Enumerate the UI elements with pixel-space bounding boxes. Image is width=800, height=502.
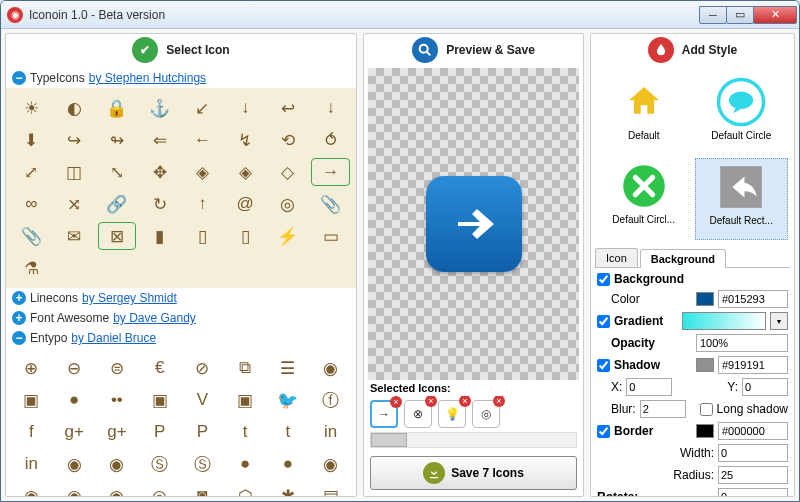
icon-spotify-box[interactable]: ◉ (55, 482, 94, 496)
remove-icon[interactable]: × (425, 396, 437, 407)
icon-facebook-circle[interactable]: ⓕ (311, 386, 350, 414)
preview-canvas[interactable] (368, 68, 579, 380)
icon-linkedin-box[interactable]: in (311, 418, 350, 446)
icon-pack-scroll[interactable]: −TypeIcons by Stephen Hutchings☀◐🔒⚓↙↓↩↓⬇… (6, 68, 356, 496)
icon-crop[interactable]: ◫ (55, 158, 94, 186)
icon-dribbble[interactable]: ◉ (98, 450, 137, 478)
icon-equals-circle[interactable]: ⊜ (98, 354, 137, 382)
pack-author-link[interactable]: by Sergey Shmidt (82, 291, 177, 305)
icon-contrast[interactable]: ◐ (55, 94, 94, 122)
icon-flickr[interactable]: ● (55, 386, 94, 414)
icon-target[interactable]: ◎ (269, 190, 308, 218)
tab-background[interactable]: Background (640, 249, 726, 268)
selected-icon[interactable]: ⊗× (404, 400, 432, 428)
icon-battery-charge[interactable]: ⚡ (269, 222, 308, 250)
pack-author-link[interactable]: by Daniel Bruce (71, 331, 156, 345)
icon-tumblr-box[interactable]: t (226, 418, 265, 446)
pack-author-link[interactable]: by Stephen Hutchings (89, 71, 206, 85)
icon-arrow-down-left[interactable]: ↙ (183, 94, 222, 122)
shadow-input[interactable] (718, 356, 788, 374)
icon-lastfm-box[interactable]: ● (226, 450, 265, 478)
icon-refresh[interactable]: ↻ (140, 190, 179, 218)
icon-refresh-alt[interactable]: ⥀ (311, 126, 350, 154)
selected-scroll[interactable] (370, 432, 577, 448)
icon-stumble-box[interactable]: Ⓢ (140, 450, 179, 478)
icon-stack[interactable]: ☰ (269, 354, 308, 382)
border-checkbox[interactable] (597, 425, 610, 438)
icon-twitter[interactable]: 🐦 (269, 386, 308, 414)
color-swatch[interactable] (696, 292, 714, 306)
icon-arrow-hook-left[interactable]: ↩ (269, 94, 308, 122)
icon-github[interactable]: ◉ (311, 354, 350, 382)
icon-lock[interactable]: 🔒 (98, 94, 137, 122)
remove-icon[interactable]: × (493, 396, 505, 407)
icon-shuffle[interactable]: ⤨ (55, 190, 94, 218)
icon-battery-empty[interactable]: ▭ (311, 222, 350, 250)
shadow-swatch[interactable] (696, 358, 714, 372)
icon-redo[interactable]: ↬ (98, 126, 137, 154)
icon-collapse[interactable]: ⤡ (98, 158, 137, 186)
icon-diamond-left[interactable]: ◈ (183, 158, 222, 186)
icon-gplus[interactable]: g+ (98, 418, 137, 446)
icon-zigzag[interactable]: ↯ (226, 126, 265, 154)
icon-mail[interactable]: ✉ (55, 222, 94, 250)
shadow-checkbox[interactable] (597, 359, 610, 372)
icon-facebook-box[interactable]: f (12, 418, 51, 446)
border-input[interactable] (718, 422, 788, 440)
minimize-button[interactable]: ─ (699, 6, 727, 24)
remove-icon[interactable]: × (459, 396, 471, 407)
icon-at[interactable]: @ (226, 190, 265, 218)
icon-arrow-down-thin[interactable]: ↓ (311, 94, 350, 122)
pack-header[interactable]: −TypeIcons by Stephen Hutchings (6, 68, 356, 88)
icon-spotify[interactable]: ◉ (98, 482, 137, 496)
icon-linkedin[interactable]: in (12, 450, 51, 478)
icon-diamond-right[interactable]: ◈ (226, 158, 265, 186)
icon-lastfm[interactable]: ● (269, 450, 308, 478)
selected-icon[interactable]: →× (370, 400, 398, 428)
icon-paperclip[interactable]: 📎 (311, 190, 350, 218)
gradient-checkbox[interactable] (597, 315, 610, 328)
icon-vimeo[interactable]: V (183, 386, 222, 414)
icon-euro-circle[interactable]: € (140, 354, 179, 382)
icon-no-circle[interactable]: ⊘ (183, 354, 222, 382)
icon-arrow-right[interactable]: → (311, 158, 350, 186)
icon-dribbble-box[interactable]: ◉ (55, 450, 94, 478)
y-input[interactable] (742, 378, 788, 396)
radius-input[interactable] (718, 466, 788, 484)
color-input[interactable] (718, 290, 788, 308)
style-preset[interactable]: Default Circl... (597, 158, 691, 240)
icon-move[interactable]: ✥ (140, 158, 179, 186)
icon-rdio[interactable]: ◉ (12, 482, 51, 496)
long-shadow-checkbox[interactable] (700, 403, 713, 416)
gradient-preview[interactable] (682, 312, 766, 330)
icon-flickr-dots[interactable]: •• (98, 386, 137, 414)
style-preset[interactable]: Default (597, 74, 691, 154)
selected-icon[interactable]: ◎× (472, 400, 500, 428)
pack-header[interactable]: +Font Awesome by Dave Gandy (6, 308, 356, 328)
icon-battery-mid[interactable]: ▯ (183, 222, 222, 250)
icon-arrow-down-thick[interactable]: ⬇ (12, 126, 51, 154)
close-button[interactable]: ✕ (753, 6, 797, 24)
icon-link[interactable]: 🔗 (98, 190, 137, 218)
remove-icon[interactable]: × (390, 396, 402, 408)
icon-anchor[interactable]: ⚓ (140, 94, 179, 122)
style-preset[interactable]: Default Rect... (695, 158, 789, 240)
icon-twitter-box[interactable]: ▣ (226, 386, 265, 414)
icon-loop[interactable]: ⟲ (269, 126, 308, 154)
save-button[interactable]: Save 7 Icons (370, 456, 577, 490)
icon-infinity-box[interactable]: ∞ (12, 190, 51, 218)
maximize-button[interactable]: ▭ (726, 6, 754, 24)
gradient-dropdown[interactable]: ▾ (770, 312, 788, 330)
style-preset[interactable]: Default Circle (695, 74, 789, 154)
icon-stumble[interactable]: Ⓢ (183, 450, 222, 478)
border-swatch[interactable] (696, 424, 714, 438)
tab-icon[interactable]: Icon (595, 248, 638, 267)
icon-flickr-box[interactable]: ▣ (12, 386, 51, 414)
icon-gplus-box[interactable]: g+ (55, 418, 94, 446)
opacity-input[interactable] (696, 334, 788, 352)
icon-diamond-alt[interactable]: ◇ (269, 158, 308, 186)
icon-tumblr[interactable]: t (269, 418, 308, 446)
icon-vimeo-box[interactable]: ▣ (140, 386, 179, 414)
icon-instagram[interactable]: ◙ (183, 482, 222, 496)
icon-flattr[interactable]: ▤ (311, 482, 350, 496)
